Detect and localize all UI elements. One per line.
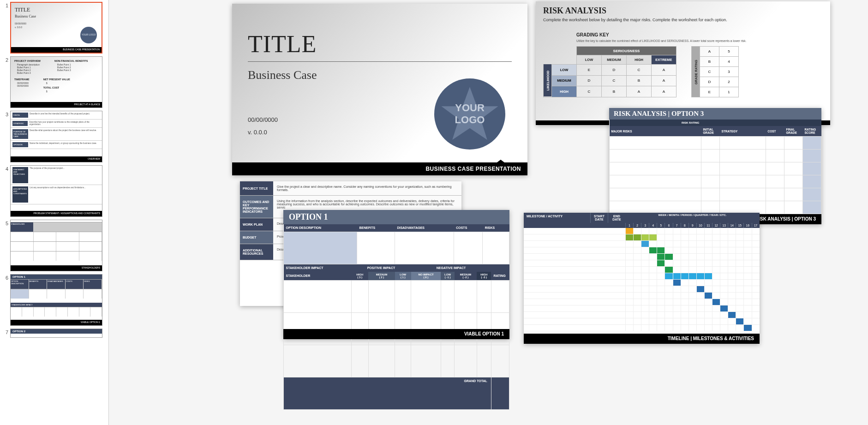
slide-risk-option3[interactable]: RISK ANALYSIS | OPTION 3 RISK RATING MAJ… xyxy=(609,108,821,224)
option1-table: OPTION DESCRIPTIONBENEFITSDISADVANTAGESC… xyxy=(283,224,509,264)
thumb-title: TITLE xyxy=(15,6,102,13)
risk3-heading: RISK ANALYSIS | OPTION 3 xyxy=(609,108,821,120)
risk-heading: RISK ANALYSIS xyxy=(543,6,830,16)
slide-risk-analysis[interactable]: RISK ANALYSIS Complete the worksheet bel… xyxy=(536,1,830,125)
risk-subtext: Complete the worksheet below by detailin… xyxy=(543,18,830,22)
thumb-date: 00/00/0000 xyxy=(15,22,102,25)
thumb-number: 4 xyxy=(4,165,10,172)
gantt-footer: TIMELINE | MILESTONES & ACTIVITIES xyxy=(524,334,760,344)
slide-thumbnail-5[interactable]: STAKEHOLDER STAKEHOLDERS xyxy=(10,220,102,271)
thumb-footer: BUSINESS CASE PRESENTATION xyxy=(11,47,102,53)
grading-key-desc: Utilize the key to calculate the combine… xyxy=(576,39,830,42)
footer-label: BUSINESS CASE PRESENTATION xyxy=(232,162,527,175)
thumb-subtitle: Business Case xyxy=(15,14,102,18)
thumb-number: 6 xyxy=(4,274,10,281)
thumb-number: 5 xyxy=(4,220,10,226)
slide-editor-canvas[interactable]: TITLE Business Case 00/00/0000 v. 0.0.0 … xyxy=(109,0,868,425)
option1-footer: VIABLE OPTION 1 xyxy=(283,329,509,339)
title-rule xyxy=(248,61,512,62)
gantt-header: MILESTONE / ACTIVITY START DATE END DATE… xyxy=(524,213,760,223)
grading-key-heading: GRADING KEY xyxy=(576,32,830,37)
risk3-table: RISK RATING MAJOR RISKS INITIAL GRADE ST… xyxy=(609,120,821,214)
grade-rating-table: GRADE RATINGA5 B4 C3 D2 E1 xyxy=(691,46,739,97)
thumb-number: 3 xyxy=(4,111,10,117)
risk-matrix-table: SERIOUSNESS LOWMEDIUMHIGHEXTREME LIKELIH… xyxy=(543,46,676,97)
title-text[interactable]: TITLE xyxy=(248,30,527,58)
subtitle-text[interactable]: Business Case xyxy=(248,68,527,82)
slide-thumbnail-7[interactable]: OPTION 2 xyxy=(10,329,102,338)
slide-thumbnail-4[interactable]: STATEMENT AND OBJECTIVESThe purpose of t… xyxy=(10,165,102,217)
thumb-number: 7 xyxy=(4,329,10,335)
thumb-number: 2 xyxy=(4,56,10,63)
slide-thumbnail-1[interactable]: TITLE Business Case 00/00/0000 v. 0.0.0 … xyxy=(10,2,102,54)
thumb-logo: YOUR LOGO xyxy=(80,27,97,43)
slide-thumbnails-panel[interactable]: 1 TITLE Business Case 00/00/0000 v. 0.0.… xyxy=(0,0,109,425)
slide-timeline-gantt[interactable]: MILESTONE / ACTIVITY START DATE END DATE… xyxy=(524,213,760,344)
slide-option1[interactable]: OPTION 1 OPTION DESCRIPTIONBENEFITSDISAD… xyxy=(283,210,509,339)
thumb-number: 1 xyxy=(4,2,10,8)
slide-thumbnail-3[interactable]: VISIONDescribe in one line the intended … xyxy=(10,111,102,162)
option1-heading: OPTION 1 xyxy=(283,210,509,224)
logo-placeholder[interactable]: YOURLOGO xyxy=(434,78,505,150)
slide-title-card[interactable]: TITLE Business Case 00/00/0000 v. 0.0.0 … xyxy=(232,4,527,175)
slide-thumbnail-2[interactable]: PROJECT OVERVIEW Paragraph description B… xyxy=(10,56,102,108)
slide-thumbnail-6[interactable]: OPTION 1 OPTION DESCRIPTIONBENEFITSDISAD… xyxy=(10,274,102,326)
